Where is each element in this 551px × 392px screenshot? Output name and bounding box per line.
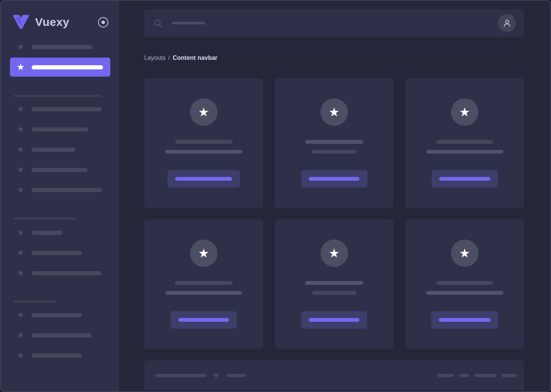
card-button[interactable] bbox=[171, 311, 237, 329]
menu-placeholder-bar bbox=[32, 271, 102, 275]
card-placeholder-line bbox=[312, 291, 356, 295]
star-icon: ★ bbox=[16, 105, 25, 113]
card-button[interactable] bbox=[301, 311, 367, 329]
breadcrumb: Layouts/Content navbar bbox=[144, 55, 524, 61]
footer-placeholder-bar bbox=[155, 374, 206, 377]
sidebar-item[interactable]: ★ bbox=[10, 184, 110, 196]
star-icon: ★ bbox=[16, 228, 25, 237]
button-placeholder-bar bbox=[309, 177, 359, 181]
sidebar-item[interactable]: ★ bbox=[10, 329, 110, 341]
card-placeholder-line bbox=[305, 281, 363, 285]
star-icon: ★ bbox=[329, 106, 340, 118]
placeholder-card[interactable]: ★ bbox=[405, 219, 524, 349]
star-icon: ★ bbox=[16, 331, 25, 339]
star-icon: ★ bbox=[16, 63, 25, 72]
card-placeholder-line bbox=[175, 140, 232, 144]
card-placeholder-line bbox=[312, 150, 356, 154]
card-button[interactable] bbox=[432, 170, 498, 188]
sidebar-item[interactable]: ★ bbox=[10, 143, 110, 156]
footer-placeholder-bar bbox=[227, 374, 246, 377]
card-grid: ★★★★★★ bbox=[144, 78, 524, 349]
star-icon: ★ bbox=[16, 311, 25, 319]
placeholder-card[interactable]: ★ bbox=[144, 78, 263, 208]
breadcrumb-current: Content navbar bbox=[173, 55, 218, 61]
star-icon: ★ bbox=[16, 125, 25, 133]
sidebar-menu: ★★★★★★★★★★★★★ bbox=[1, 30, 119, 361]
sidebar-item[interactable]: ★ bbox=[10, 41, 110, 53]
star-icon: ★ bbox=[459, 106, 470, 118]
card-placeholder-line bbox=[175, 281, 232, 285]
card-placeholder-line bbox=[436, 281, 493, 285]
menu-placeholder-bar bbox=[32, 188, 102, 192]
placeholder-card[interactable]: ★ bbox=[275, 219, 393, 349]
star-icon: ★ bbox=[16, 269, 25, 277]
menu-placeholder-bar bbox=[32, 148, 76, 152]
heading-placeholder-bar bbox=[13, 300, 55, 302]
footer-link-placeholder-bar[interactable] bbox=[459, 374, 469, 377]
menu-placeholder-bar bbox=[32, 107, 102, 111]
star-avatar: ★ bbox=[190, 98, 218, 126]
button-placeholder-bar bbox=[439, 318, 491, 322]
star-avatar: ★ bbox=[451, 239, 478, 267]
sidebar-item[interactable]: ★ bbox=[10, 247, 110, 259]
star-icon: ★ bbox=[16, 249, 25, 257]
menu-placeholder-bar bbox=[32, 251, 82, 255]
card-placeholder-line bbox=[305, 140, 363, 144]
button-placeholder-bar bbox=[439, 177, 490, 181]
sidebar-item-active[interactable]: ★ bbox=[10, 58, 110, 77]
brand-title: Vuexy bbox=[35, 16, 69, 29]
star-icon: ★ bbox=[16, 351, 25, 360]
button-placeholder-bar bbox=[175, 177, 232, 181]
sidebar-item[interactable]: ★ bbox=[10, 123, 110, 135]
menu-placeholder-bar bbox=[32, 45, 93, 49]
sidebar-section-heading bbox=[13, 95, 119, 97]
star-avatar: ★ bbox=[321, 239, 348, 267]
sidebar-item[interactable]: ★ bbox=[10, 267, 110, 279]
card-placeholder-line bbox=[165, 150, 242, 154]
breadcrumb-section[interactable]: Layouts bbox=[144, 55, 166, 61]
sidebar-item[interactable]: ★ bbox=[10, 227, 110, 239]
card-button[interactable] bbox=[431, 311, 498, 329]
placeholder-card[interactable]: ★ bbox=[275, 78, 393, 208]
menu-pin-toggle-icon[interactable] bbox=[98, 17, 108, 27]
menu-placeholder-bar bbox=[32, 313, 82, 317]
user-avatar[interactable] bbox=[498, 14, 516, 32]
card-placeholder-line bbox=[436, 140, 493, 144]
sidebar: Vuexy ★★★★★★★★★★★★★ bbox=[1, 1, 119, 391]
sidebar-item[interactable]: ★ bbox=[10, 164, 110, 176]
search-icon[interactable] bbox=[153, 19, 163, 28]
menu-placeholder-bar bbox=[32, 127, 88, 132]
sidebar-item[interactable]: ★ bbox=[10, 349, 110, 361]
heading-placeholder-bar bbox=[13, 95, 102, 97]
footer-link-placeholder-bar[interactable] bbox=[437, 374, 454, 377]
placeholder-card[interactable]: ★ bbox=[405, 78, 524, 208]
star-avatar: ★ bbox=[190, 239, 218, 267]
card-button[interactable] bbox=[301, 170, 367, 188]
breadcrumb-separator: / bbox=[168, 55, 170, 61]
footer: ♥ bbox=[144, 360, 524, 390]
star-icon: ★ bbox=[329, 247, 340, 259]
star-icon: ★ bbox=[459, 247, 470, 259]
menu-placeholder-bar bbox=[32, 231, 63, 235]
vuexy-logo-icon bbox=[12, 15, 30, 29]
menu-placeholder-bar bbox=[32, 333, 92, 337]
heading-placeholder-bar bbox=[13, 218, 76, 220]
sidebar-item[interactable]: ★ bbox=[10, 103, 110, 115]
card-button[interactable] bbox=[168, 170, 240, 188]
footer-left-group: ♥ bbox=[155, 371, 246, 380]
footer-link-placeholder-bar[interactable] bbox=[474, 374, 496, 377]
menu-placeholder-bar bbox=[32, 353, 82, 358]
search-input-placeholder[interactable] bbox=[172, 22, 205, 24]
sidebar-item[interactable]: ★ bbox=[10, 309, 110, 321]
sidebar-section-heading bbox=[13, 300, 119, 302]
card-placeholder-line bbox=[426, 291, 503, 295]
heart-icon: ♥ bbox=[213, 371, 219, 380]
star-avatar: ★ bbox=[451, 98, 478, 126]
menu-placeholder-bar bbox=[32, 65, 103, 69]
menu-placeholder-bar bbox=[32, 168, 87, 172]
menu-pin-dot bbox=[102, 21, 105, 24]
footer-link-placeholder-bar[interactable] bbox=[502, 374, 517, 377]
star-icon: ★ bbox=[198, 106, 209, 118]
placeholder-card[interactable]: ★ bbox=[144, 219, 263, 349]
button-placeholder-bar bbox=[178, 318, 229, 322]
